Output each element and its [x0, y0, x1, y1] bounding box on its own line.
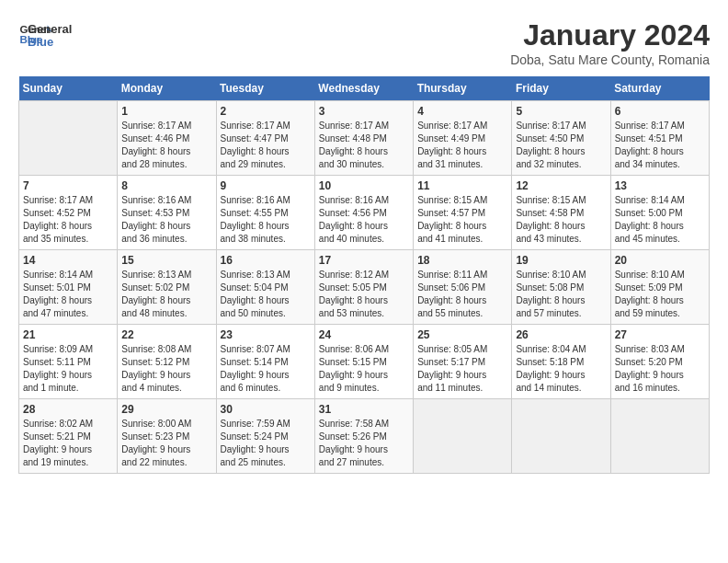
day-info: Sunrise: 8:15 AM Sunset: 4:58 PM Dayligh…: [516, 194, 606, 246]
calendar-subtitle: Doba, Satu Mare County, Romania: [510, 52, 710, 67]
day-cell: 27Sunrise: 8:03 AM Sunset: 5:20 PM Dayli…: [610, 325, 709, 399]
day-info: Sunrise: 8:14 AM Sunset: 5:00 PM Dayligh…: [615, 194, 705, 246]
day-number: 16: [221, 254, 311, 267]
day-info: Sunrise: 8:17 AM Sunset: 4:51 PM Dayligh…: [615, 120, 705, 171]
day-info: Sunrise: 8:17 AM Sunset: 4:52 PM Dayligh…: [23, 194, 113, 246]
day-cell: 22Sunrise: 8:08 AM Sunset: 5:12 PM Dayli…: [118, 325, 216, 399]
day-cell: 5Sunrise: 8:17 AM Sunset: 4:50 PM Daylig…: [512, 101, 610, 176]
day-cell: 12Sunrise: 8:15 AM Sunset: 4:58 PM Dayli…: [512, 176, 610, 250]
day-number: 25: [417, 328, 507, 341]
day-number: 17: [319, 254, 409, 267]
day-number: 26: [516, 328, 606, 341]
day-cell: 4Sunrise: 8:17 AM Sunset: 4:49 PM Daylig…: [414, 101, 512, 176]
day-info: Sunrise: 8:15 AM Sunset: 4:57 PM Dayligh…: [417, 194, 507, 246]
day-cell: 31Sunrise: 7:58 AM Sunset: 5:26 PM Dayli…: [314, 399, 413, 474]
day-info: Sunrise: 8:09 AM Sunset: 5:11 PM Dayligh…: [23, 343, 113, 395]
day-cell: [19, 101, 118, 176]
day-info: Sunrise: 8:17 AM Sunset: 4:48 PM Dayligh…: [319, 120, 409, 171]
logo: General Blue General Blue: [18, 18, 72, 52]
day-header-monday: Monday: [118, 76, 216, 101]
day-cell: 26Sunrise: 8:04 AM Sunset: 5:18 PM Dayli…: [512, 325, 610, 399]
day-header-friday: Friday: [512, 76, 610, 101]
day-info: Sunrise: 8:17 AM Sunset: 4:49 PM Dayligh…: [417, 120, 507, 171]
day-info: Sunrise: 8:16 AM Sunset: 4:55 PM Dayligh…: [221, 194, 311, 246]
day-info: Sunrise: 8:16 AM Sunset: 4:56 PM Dayligh…: [319, 194, 409, 246]
day-cell: 1Sunrise: 8:17 AM Sunset: 4:46 PM Daylig…: [118, 101, 216, 176]
day-cell: 29Sunrise: 8:00 AM Sunset: 5:23 PM Dayli…: [118, 399, 216, 474]
day-info: Sunrise: 8:04 AM Sunset: 5:18 PM Dayligh…: [516, 343, 606, 395]
day-cell: [512, 399, 610, 474]
day-info: Sunrise: 7:59 AM Sunset: 5:24 PM Dayligh…: [221, 418, 311, 469]
day-number: 8: [121, 179, 211, 192]
day-cell: 28Sunrise: 8:02 AM Sunset: 5:21 PM Dayli…: [19, 399, 118, 474]
day-number: 3: [319, 105, 409, 118]
day-info: Sunrise: 8:03 AM Sunset: 5:20 PM Dayligh…: [615, 343, 705, 395]
day-number: 5: [516, 105, 606, 118]
day-number: 19: [516, 254, 606, 267]
day-number: 12: [516, 179, 606, 192]
day-number: 29: [121, 403, 211, 416]
day-cell: 13Sunrise: 8:14 AM Sunset: 5:00 PM Dayli…: [610, 176, 709, 250]
day-number: 11: [417, 179, 507, 192]
logo-line1: General: [28, 23, 72, 36]
calendar-title: January 2024: [510, 18, 710, 52]
logo-line2: Blue: [28, 36, 72, 49]
week-row-1: 1Sunrise: 8:17 AM Sunset: 4:46 PM Daylig…: [19, 101, 710, 176]
day-number: 2: [221, 105, 311, 118]
week-row-3: 14Sunrise: 8:14 AM Sunset: 5:01 PM Dayli…: [19, 250, 710, 325]
day-cell: 16Sunrise: 8:13 AM Sunset: 5:04 PM Dayli…: [216, 250, 314, 325]
day-cell: 20Sunrise: 8:10 AM Sunset: 5:09 PM Dayli…: [610, 250, 709, 325]
day-cell: 6Sunrise: 8:17 AM Sunset: 4:51 PM Daylig…: [610, 101, 709, 176]
day-info: Sunrise: 8:14 AM Sunset: 5:01 PM Dayligh…: [23, 269, 113, 320]
day-info: Sunrise: 7:58 AM Sunset: 5:26 PM Dayligh…: [319, 418, 409, 469]
day-info: Sunrise: 8:17 AM Sunset: 4:47 PM Dayligh…: [221, 120, 311, 171]
day-info: Sunrise: 8:08 AM Sunset: 5:12 PM Dayligh…: [121, 343, 211, 395]
day-cell: 2Sunrise: 8:17 AM Sunset: 4:47 PM Daylig…: [216, 101, 314, 176]
day-number: 1: [121, 105, 211, 118]
day-number: 21: [23, 328, 113, 341]
day-number: 31: [319, 403, 409, 416]
day-number: 22: [121, 328, 211, 341]
day-cell: 3Sunrise: 8:17 AM Sunset: 4:48 PM Daylig…: [314, 101, 413, 176]
day-number: 30: [221, 403, 311, 416]
day-cell: 24Sunrise: 8:06 AM Sunset: 5:15 PM Dayli…: [314, 325, 413, 399]
day-cell: [610, 399, 709, 474]
week-row-5: 28Sunrise: 8:02 AM Sunset: 5:21 PM Dayli…: [19, 399, 710, 474]
day-number: 24: [319, 328, 409, 341]
day-info: Sunrise: 8:10 AM Sunset: 5:09 PM Dayligh…: [615, 269, 705, 320]
day-cell: 30Sunrise: 7:59 AM Sunset: 5:24 PM Dayli…: [216, 399, 314, 474]
day-cell: [414, 399, 512, 474]
day-header-saturday: Saturday: [610, 76, 709, 101]
day-cell: 8Sunrise: 8:16 AM Sunset: 4:53 PM Daylig…: [118, 176, 216, 250]
day-info: Sunrise: 8:02 AM Sunset: 5:21 PM Dayligh…: [23, 418, 113, 469]
week-row-2: 7Sunrise: 8:17 AM Sunset: 4:52 PM Daylig…: [19, 176, 710, 250]
day-info: Sunrise: 8:13 AM Sunset: 5:04 PM Dayligh…: [221, 269, 311, 320]
day-header-thursday: Thursday: [414, 76, 512, 101]
header: General Blue General Blue January 2024 D…: [18, 18, 710, 67]
day-number: 6: [615, 105, 705, 118]
day-number: 15: [121, 254, 211, 267]
day-info: Sunrise: 8:06 AM Sunset: 5:15 PM Dayligh…: [319, 343, 409, 395]
day-cell: 17Sunrise: 8:12 AM Sunset: 5:05 PM Dayli…: [314, 250, 413, 325]
day-header-wednesday: Wednesday: [314, 76, 413, 101]
day-number: 27: [615, 328, 705, 341]
day-cell: 18Sunrise: 8:11 AM Sunset: 5:06 PM Dayli…: [414, 250, 512, 325]
day-info: Sunrise: 8:13 AM Sunset: 5:02 PM Dayligh…: [121, 269, 211, 320]
day-number: 28: [23, 403, 113, 416]
day-info: Sunrise: 8:17 AM Sunset: 4:46 PM Dayligh…: [121, 120, 211, 171]
day-cell: 23Sunrise: 8:07 AM Sunset: 5:14 PM Dayli…: [216, 325, 314, 399]
day-info: Sunrise: 8:17 AM Sunset: 4:50 PM Dayligh…: [516, 120, 606, 171]
day-number: 4: [417, 105, 507, 118]
day-header-tuesday: Tuesday: [216, 76, 314, 101]
day-cell: 21Sunrise: 8:09 AM Sunset: 5:11 PM Dayli…: [19, 325, 118, 399]
calendar-table: SundayMondayTuesdayWednesdayThursdayFrid…: [18, 76, 710, 474]
day-cell: 25Sunrise: 8:05 AM Sunset: 5:17 PM Dayli…: [414, 325, 512, 399]
day-cell: 19Sunrise: 8:10 AM Sunset: 5:08 PM Dayli…: [512, 250, 610, 325]
day-number: 7: [23, 179, 113, 192]
header-row: SundayMondayTuesdayWednesdayThursdayFrid…: [19, 76, 710, 101]
day-cell: 14Sunrise: 8:14 AM Sunset: 5:01 PM Dayli…: [19, 250, 118, 325]
day-info: Sunrise: 8:11 AM Sunset: 5:06 PM Dayligh…: [417, 269, 507, 320]
day-number: 18: [417, 254, 507, 267]
day-info: Sunrise: 8:16 AM Sunset: 4:53 PM Dayligh…: [121, 194, 211, 246]
day-number: 23: [221, 328, 311, 341]
